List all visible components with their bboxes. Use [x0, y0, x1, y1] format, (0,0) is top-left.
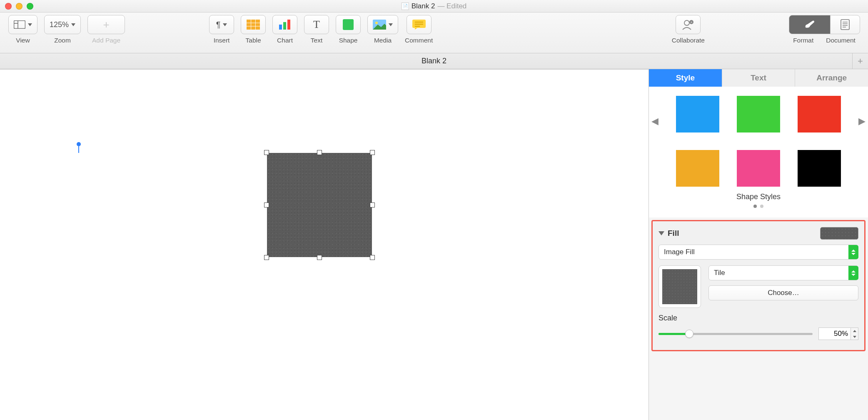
fill-panel: Fill Image Fill Tile Choose…	[651, 220, 866, 351]
zoom-label: Zoom	[54, 36, 71, 44]
scale-label: Scale	[658, 314, 858, 322]
media-button[interactable]	[367, 15, 398, 34]
shape-styles-label: Shape Styles	[658, 187, 859, 203]
shape-style-swatch[interactable]	[798, 150, 841, 187]
chevron-down-icon	[223, 23, 227, 26]
scale-value-input[interactable]	[818, 328, 851, 340]
shape-style-swatch[interactable]	[737, 96, 780, 132]
inspector-tab-arrange[interactable]: Arrange	[795, 69, 868, 87]
zoom-button[interactable]: 125%	[44, 15, 81, 34]
insert-button[interactable]: ¶	[209, 15, 234, 34]
view-button[interactable]	[8, 15, 37, 34]
resize-handle-e[interactable]	[370, 202, 375, 208]
collaborate-icon: +	[681, 19, 695, 30]
zoom-window[interactable]	[27, 3, 33, 10]
shape-button[interactable]	[336, 15, 361, 34]
chevron-down-icon	[28, 23, 32, 26]
table-icon	[247, 20, 260, 30]
svg-rect-11	[343, 19, 354, 30]
collaborate-label: Collaborate	[672, 36, 705, 44]
view-label: View	[16, 36, 30, 44]
choose-image-button[interactable]: Choose…	[708, 285, 858, 300]
styles-prev-icon[interactable]: ◀	[651, 116, 658, 127]
zoom-value: 125%	[50, 20, 69, 29]
chart-label: Chart	[277, 36, 293, 44]
resize-handle-nw[interactable]	[264, 150, 269, 155]
svg-point-13	[375, 22, 378, 24]
resize-handle-s[interactable]	[317, 255, 322, 260]
document-icon	[841, 19, 850, 30]
comment-icon	[412, 20, 426, 30]
add-tab-button[interactable]: +	[852, 53, 868, 69]
shape-style-swatch[interactable]	[676, 96, 719, 132]
close-window[interactable]	[5, 3, 12, 10]
svg-rect-8	[279, 25, 282, 30]
doc-title: Blank 2	[412, 2, 435, 10]
titlebar: 📄 Blank 2 — Edited	[0, 0, 868, 12]
svg-rect-0	[14, 21, 25, 29]
fill-type-popup[interactable]: Image Fill	[658, 245, 858, 260]
resize-handle-sw[interactable]	[264, 255, 269, 260]
text-cursor-marker	[77, 142, 81, 153]
inspector-tab-text[interactable]: Text	[722, 69, 796, 87]
document-tab-bar: Blank 2 +	[0, 53, 868, 69]
paintbrush-icon	[803, 20, 816, 29]
image-fill-thumbnail	[662, 269, 697, 304]
styles-next-icon[interactable]: ▶	[858, 116, 866, 127]
window-controls	[5, 3, 33, 10]
tiling-value: Tile	[714, 269, 848, 277]
fill-preview-well[interactable]	[820, 227, 858, 240]
shape-style-swatch[interactable]	[676, 150, 719, 187]
collaborate-button[interactable]: +	[676, 15, 701, 34]
popup-stepper-icon	[848, 245, 858, 259]
selected-shape[interactable]	[267, 153, 372, 257]
resize-handle-n[interactable]	[317, 150, 322, 155]
shape-style-swatch[interactable]	[737, 150, 780, 187]
text-icon: T	[313, 18, 320, 31]
format-inspector: Style Text Arrange ◀ ▶ Shape Styles Fill	[649, 69, 868, 420]
popup-stepper-icon	[848, 266, 858, 280]
media-label: Media	[374, 36, 392, 44]
shape-icon	[343, 19, 354, 30]
document-canvas[interactable]	[0, 69, 649, 420]
chart-icon	[278, 20, 292, 30]
add-page-button[interactable]: +	[87, 15, 125, 34]
disclosure-triangle-icon[interactable]	[658, 231, 664, 235]
image-fill-well[interactable]	[658, 265, 701, 308]
resize-handle-ne[interactable]	[370, 150, 375, 155]
svg-rect-21	[841, 20, 849, 30]
table-label: Table	[246, 36, 261, 44]
svg-point-18	[684, 20, 689, 25]
scale-stepper[interactable]	[851, 328, 858, 340]
inspector-tab-style[interactable]: Style	[649, 69, 722, 87]
resize-handle-se[interactable]	[370, 255, 375, 260]
shape-style-swatch[interactable]	[798, 96, 841, 132]
text-label: Text	[311, 36, 322, 44]
svg-text:+: +	[691, 20, 693, 24]
app-file-icon: 📄	[402, 2, 409, 10]
table-button[interactable]	[241, 15, 266, 34]
minimize-window[interactable]	[16, 3, 22, 10]
page-dot[interactable]	[760, 205, 763, 208]
shape-label: Shape	[339, 36, 358, 44]
add-page-label: Add Page	[92, 36, 120, 44]
document-label: Document	[826, 36, 856, 44]
text-button[interactable]: T	[304, 15, 329, 34]
insert-label: Insert	[214, 36, 230, 44]
svg-rect-9	[283, 22, 286, 30]
resize-handle-w[interactable]	[264, 202, 269, 208]
shape-style-swatches	[658, 96, 859, 187]
format-button[interactable]	[789, 15, 831, 34]
window-title: 📄 Blank 2 — Edited	[402, 2, 467, 10]
slider-thumb[interactable]	[685, 330, 693, 338]
page-dot[interactable]	[753, 205, 757, 208]
doc-edited-indicator: — Edited	[437, 2, 466, 10]
toolbar: View 125% Zoom + Add Page ¶ Insert Table…	[0, 12, 868, 53]
chart-button[interactable]	[272, 15, 297, 34]
tiling-popup[interactable]: Tile	[708, 265, 858, 280]
svg-rect-3	[247, 20, 260, 30]
comment-button[interactable]	[407, 15, 432, 34]
scale-slider[interactable]	[658, 333, 813, 335]
chevron-down-icon	[389, 23, 393, 26]
document-button[interactable]	[830, 15, 860, 34]
